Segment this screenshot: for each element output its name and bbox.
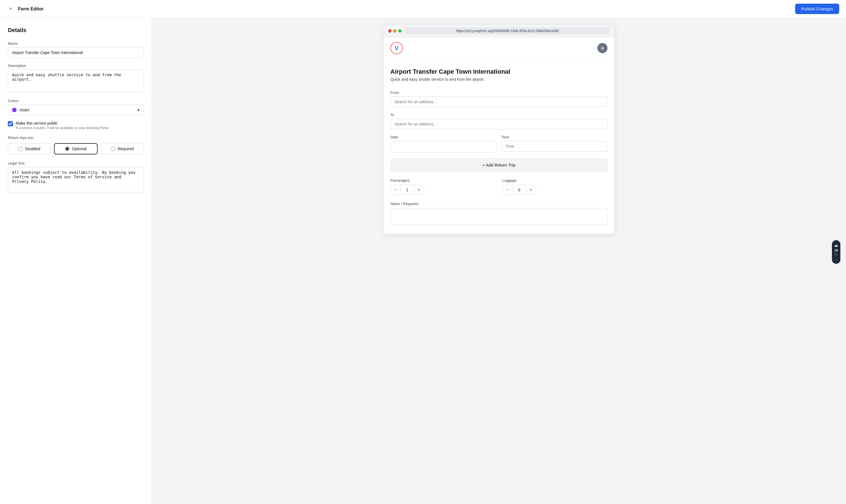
notes-input[interactable] [390,208,608,225]
date-input[interactable] [390,141,497,153]
colour-select[interactable]: Violet ▾ [8,105,144,115]
date-group: Date [390,135,497,153]
logo-letter: V [395,45,398,52]
passengers-value: 1 [400,185,414,195]
preview-title: Airport Transfer Cape Town International [390,68,608,75]
header: × Form Editor Publish Changes [0,0,846,18]
luggage-decrement[interactable]: − [502,185,512,195]
public-checkbox-hint: If a service is public, it will be avail… [16,126,109,130]
public-checkbox-label: Make this service public [16,121,109,125]
date-time-row: Date Time [390,135,608,153]
public-checkbox-row: Make this service public If a service is… [8,121,144,130]
passengers-decrement[interactable]: − [390,185,400,195]
radio-optional-input[interactable] [65,146,70,151]
scroll-widget: ⛰ 29 ms ↓ [832,240,840,264]
close-button[interactable]: × [7,5,15,13]
return-trips-label: Return trips are: [8,136,144,140]
to-group: To [390,113,608,135]
scroll-widget-number: 29 [834,249,838,252]
scroll-widget-icon: ⛰ [834,243,838,248]
date-label: Date [390,135,497,139]
colour-label: Colour [8,99,144,103]
passengers-counter: − 1 + [390,185,496,195]
to-input[interactable] [390,119,608,129]
url-bar: https://a21y.wayform.app/099d0968-16db-4… [405,28,610,34]
preview-body: Airport Transfer Cape Town International… [384,59,614,234]
luggage-group: Luggage − 0 + [502,178,608,195]
radio-disabled[interactable]: Disabled [8,143,51,155]
passengers-label: Passengers [390,178,496,182]
radio-disabled-input[interactable] [18,146,23,151]
luggage-label: Luggage [502,178,608,182]
description-input[interactable]: Quick and easy shuttle service to and fr… [8,70,144,92]
public-checkbox-text: Make this service public If a service is… [16,121,109,130]
preview-logo: V [390,42,403,54]
description-group: Description Quick and easy shuttle servi… [8,64,144,93]
radio-disabled-label: Disabled [25,146,40,151]
scroll-widget-unit: ms [834,253,838,256]
radio-required-label: Required [118,146,133,151]
time-group: Time [501,135,608,153]
description-label: Description [8,64,144,68]
luggage-increment[interactable]: + [526,185,536,195]
browser-window: https://a21y.wayform.app/099d0968-16db-4… [384,25,614,234]
passengers-increment[interactable]: + [414,185,424,195]
radio-required-input[interactable] [111,146,115,151]
legal-text-input[interactable]: All bookings subject to availability. By… [8,167,144,192]
from-input[interactable] [390,96,608,107]
name-group: Name [8,41,144,58]
traffic-light-yellow [393,29,397,33]
name-label: Name [8,41,144,46]
preview-description: Quick and easy shuttle service to and fr… [390,77,608,82]
legal-text-group: Legal Text All bookings subject to avail… [8,161,144,194]
page-title: Form Editor [18,6,43,12]
colour-dot [12,108,17,112]
passengers-luggage-row: Passengers − 1 + Luggage − 0 [390,178,608,195]
preview-nav: V A [384,37,614,59]
name-input[interactable] [8,47,144,58]
radio-group: Disabled Optional Required [8,143,144,155]
time-label: Time [501,135,608,139]
preview-avatar: A [597,43,608,53]
from-group: From [390,91,608,113]
return-trips-section: Return trips are: Disabled Optional Requ… [8,136,144,155]
passengers-group: Passengers − 1 + [390,178,496,195]
main-layout: Details Name Description Quick and easy … [0,18,846,504]
luggage-counter: − 0 + [502,185,608,195]
right-panel: https://a21y.wayform.app/099d0968-16db-4… [152,18,846,504]
colour-select-left: Violet [12,108,29,112]
traffic-light-red [388,29,392,33]
browser-content: V A Airport Transfer Cape Town Internati… [384,37,614,234]
public-checkbox[interactable] [8,121,13,126]
to-label: To [390,113,608,117]
scroll-widget-down-icon[interactable]: ↓ [835,257,837,261]
panel-title: Details [8,27,144,34]
colour-value: Violet [19,108,29,112]
colour-group: Colour Violet ▾ [8,99,144,115]
left-panel: Details Name Description Quick and easy … [0,18,152,504]
browser-chrome: https://a21y.wayform.app/099d0968-16db-4… [384,25,614,37]
radio-optional[interactable]: Optional [54,143,97,155]
traffic-light-green [398,29,402,33]
from-label: From [390,91,608,95]
radio-required[interactable]: Required [101,143,144,155]
avatar-letter: A [601,46,604,50]
time-input[interactable] [501,141,608,151]
traffic-lights [388,29,402,33]
add-return-trip-button[interactable]: + Add Return Trip [390,158,608,172]
publish-button[interactable]: Publish Changes [795,4,839,14]
legal-text-label: Legal Text [8,161,144,165]
notes-group: Notes / Requests [390,202,608,225]
luggage-value: 0 [512,185,526,195]
radio-optional-label: Optional [72,146,86,151]
chevron-down-icon: ▾ [138,108,140,112]
header-left: × Form Editor [7,5,43,13]
notes-label: Notes / Requests [390,202,608,206]
